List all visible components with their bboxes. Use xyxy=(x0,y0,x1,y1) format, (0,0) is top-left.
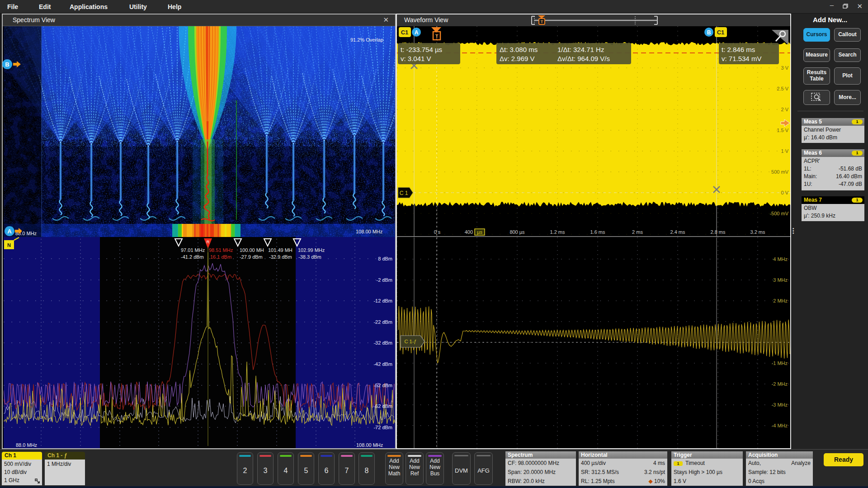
svg-text:-27.9 dBm: -27.9 dBm xyxy=(240,254,263,260)
svg-text:Δv/Δt: 964.09 V/s: Δv/Δt: 964.09 V/s xyxy=(557,55,610,62)
svg-text:-42 dBm: -42 dBm xyxy=(373,361,392,367)
svg-text:400: 400 xyxy=(465,229,473,235)
svg-text:-52 dBm: -52 dBm xyxy=(373,383,392,388)
svg-text:-2 dBm: -2 dBm xyxy=(377,277,392,283)
svg-text:v: 71.534 mV: v: 71.534 mV xyxy=(722,55,761,62)
svg-text:97.01 MHz: 97.01 MHz xyxy=(181,247,205,253)
svg-text:800 µs: 800 µs xyxy=(509,229,525,235)
svg-text:8 dBm: 8 dBm xyxy=(378,256,392,261)
svg-text:1.6 ms: 1.6 ms xyxy=(590,229,605,235)
svg-text:102.99 MHz: 102.99 MHz xyxy=(298,247,325,253)
svg-text:T: T xyxy=(435,33,439,39)
svg-text:2.4 ms: 2.4 ms xyxy=(670,229,685,235)
svg-text:4 MHz: 4 MHz xyxy=(773,256,788,262)
svg-text:C 1-ƒ: C 1-ƒ xyxy=(405,339,417,344)
svg-text:T: T xyxy=(541,19,543,24)
svg-text:-4 MHz: -4 MHz xyxy=(772,423,788,428)
svg-text:3 MHz: 3 MHz xyxy=(773,277,788,283)
svg-text:A: A xyxy=(7,228,12,235)
svg-text:-41.2 dBm: -41.2 dBm xyxy=(181,254,204,260)
svg-text:R: R xyxy=(207,240,210,244)
svg-text:C1: C1 xyxy=(717,29,725,36)
svg-text:500 mV: 500 mV xyxy=(771,169,789,175)
svg-text:2.5 V: 2.5 V xyxy=(777,86,788,91)
svg-text:2 ms: 2 ms xyxy=(632,229,643,235)
svg-text:-72 dBm: -72 dBm xyxy=(373,425,392,430)
svg-text:2.8 ms: 2.8 ms xyxy=(710,229,726,235)
svg-text:108.00 MHz: 108.00 MHz xyxy=(356,442,383,448)
svg-text:-62 dBm: -62 dBm xyxy=(373,403,392,409)
svg-text:100.00 MH: 100.00 MH xyxy=(240,247,264,253)
svg-text:1 V: 1 V xyxy=(781,148,788,154)
svg-text:91.2% Overlap: 91.2% Overlap xyxy=(350,37,383,43)
svg-text:101.49 MH: 101.49 MH xyxy=(268,247,292,253)
svg-text:1.5 V: 1.5 V xyxy=(777,128,788,133)
svg-text:1/Δt: 324.71 Hz: 1/Δt: 324.71 Hz xyxy=(557,46,604,53)
svg-text:3 V: 3 V xyxy=(781,65,788,71)
svg-text:Δt: 3.080 ms: Δt: 3.080 ms xyxy=(500,46,538,53)
svg-text:t: -233.754 µs: t: -233.754 µs xyxy=(401,46,442,53)
svg-text:t: 2.846 ms: t: 2.846 ms xyxy=(722,46,755,53)
svg-text:A: A xyxy=(415,29,419,36)
svg-text:108.00 MHz: 108.00 MHz xyxy=(356,229,382,234)
svg-text:0 V: 0 V xyxy=(781,190,788,195)
svg-text:Δv: 2.969 V: Δv: 2.969 V xyxy=(500,55,535,62)
svg-text:-32.9 dBm: -32.9 dBm xyxy=(269,254,292,260)
svg-text:88.0 MHz: 88.0 MHz xyxy=(16,442,37,448)
svg-text:2 V: 2 V xyxy=(781,107,788,112)
svg-text:-12 dBm: -12 dBm xyxy=(373,298,392,303)
svg-text:2 MHz: 2 MHz xyxy=(773,298,788,303)
svg-text:C 1: C 1 xyxy=(400,190,408,196)
svg-text:0 s: 0 s xyxy=(434,229,441,235)
svg-text:3.2 ms: 3.2 ms xyxy=(750,229,765,235)
svg-text:-32 dBm: -32 dBm xyxy=(373,340,392,346)
svg-text:-3 MHz: -3 MHz xyxy=(772,402,788,407)
svg-text:-22 dBm: -22 dBm xyxy=(373,319,392,325)
svg-text:-500 mV: -500 mV xyxy=(769,211,788,216)
svg-text:N: N xyxy=(7,242,11,248)
svg-text:-1 MHz: -1 MHz xyxy=(772,360,788,366)
svg-text:16.1 dBm: 16.1 dBm xyxy=(210,254,231,260)
svg-text:1.2 ms: 1.2 ms xyxy=(550,229,565,235)
svg-text:µs: µs xyxy=(477,229,482,235)
svg-text:-2 MHz: -2 MHz xyxy=(772,381,788,387)
svg-text:v: 3.041 V: v: 3.041 V xyxy=(401,55,431,62)
svg-text:B: B xyxy=(5,61,9,68)
svg-text:98.51 MHz: 98.51 MHz xyxy=(209,247,233,253)
svg-text:-38.3 dBm: -38.3 dBm xyxy=(298,254,321,260)
svg-text:C1: C1 xyxy=(401,29,409,36)
svg-text:B: B xyxy=(707,29,711,36)
